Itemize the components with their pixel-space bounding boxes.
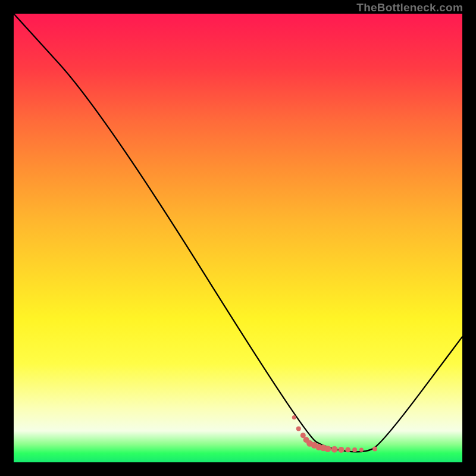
marker-dot — [324, 446, 331, 452]
chart-frame: TheBottleneck.com — [0, 0, 476, 476]
marker-dot — [345, 447, 350, 452]
marker-dot — [296, 426, 301, 431]
watermark-text: TheBottleneck.com — [356, 1, 463, 14]
dotted-segment — [292, 415, 377, 453]
marker-dot — [372, 446, 377, 451]
plot-area — [14, 14, 462, 462]
marker-dot — [359, 447, 364, 452]
marker-dot — [352, 447, 357, 452]
chart-svg — [14, 14, 462, 462]
marker-dot — [331, 446, 338, 453]
marker-dot — [292, 415, 296, 419]
bottleneck-curve — [14, 14, 462, 452]
marker-dot — [338, 447, 344, 453]
